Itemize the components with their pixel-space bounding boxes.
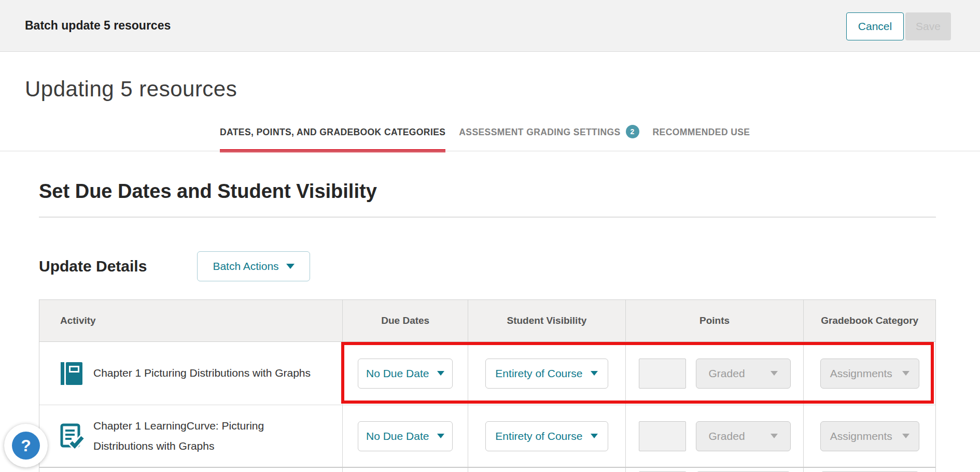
points-input[interactable] bbox=[639, 359, 686, 389]
page-title: Updating 5 resources bbox=[25, 77, 237, 102]
table-header-row: Activity Due Dates Student Visibility Po… bbox=[39, 300, 935, 341]
category-select-disabled: Assignments bbox=[820, 359, 919, 389]
points-input[interactable] bbox=[639, 421, 686, 451]
chevron-down-icon bbox=[591, 434, 598, 438]
tab-bar: DATES, POINTS, AND GRADEBOOK CATEGORIES … bbox=[220, 127, 750, 152]
batch-update-page: Batch update 5 resources Cancel Save Upd… bbox=[0, 0, 980, 472]
category-value: Assignments bbox=[830, 430, 892, 442]
question-mark-icon: ? bbox=[12, 432, 40, 460]
due-date-value: No Due Date bbox=[366, 367, 429, 380]
graded-select-disabled: Graded bbox=[696, 359, 791, 389]
due-dates-cell: No Due Date bbox=[343, 342, 468, 405]
tab-label: ASSESSMENT GRADING SETTINGS bbox=[459, 127, 620, 138]
activity-title: Chapter 1 LearningCurve: Picturing Distr… bbox=[93, 416, 327, 456]
ebook-icon bbox=[60, 361, 84, 386]
points-cell bbox=[626, 468, 804, 472]
batch-actions-label: Batch Actions bbox=[213, 260, 278, 273]
category-select-disabled: Assignments bbox=[820, 421, 919, 451]
points-cell: Graded bbox=[626, 405, 804, 467]
visibility-select[interactable]: Entirety of Course bbox=[485, 359, 608, 389]
activity-cell bbox=[39, 468, 343, 472]
gradebook-category-cell: Assignments bbox=[804, 405, 935, 467]
student-visibility-cell: Entirety of Course bbox=[468, 405, 626, 467]
update-details-title: Update Details bbox=[39, 258, 147, 275]
tabs-divider bbox=[0, 151, 980, 151]
activity-cell: Chapter 1 LearningCurve: Picturing Distr… bbox=[39, 405, 343, 467]
column-header-student-visibility: Student Visibility bbox=[468, 300, 626, 341]
window-title: Batch update 5 resources bbox=[25, 19, 171, 33]
column-header-activity: Activity bbox=[39, 300, 343, 341]
chevron-down-icon bbox=[286, 264, 295, 269]
category-value: Assignments bbox=[830, 367, 892, 380]
student-visibility-cell bbox=[468, 468, 626, 472]
student-visibility-cell: Entirety of Course bbox=[468, 342, 626, 405]
chevron-down-icon bbox=[437, 434, 444, 438]
top-bar: Batch update 5 resources Cancel Save bbox=[0, 0, 980, 52]
batch-actions-button[interactable]: Batch Actions bbox=[197, 251, 310, 281]
tab-count-badge: 2 bbox=[626, 125, 639, 138]
points-cell: Graded bbox=[626, 342, 804, 405]
tab-label: DATES, POINTS, AND GRADEBOOK CATEGORIES bbox=[220, 127, 445, 138]
graded-select-disabled: Graded bbox=[696, 421, 791, 451]
visibility-value: Entirety of Course bbox=[495, 367, 582, 380]
due-dates-cell bbox=[343, 468, 468, 472]
due-date-select[interactable]: No Due Date bbox=[358, 421, 453, 451]
column-header-points: Points bbox=[626, 300, 804, 341]
column-header-due-dates: Due Dates bbox=[343, 300, 468, 341]
assessment-check-icon bbox=[60, 423, 84, 449]
due-dates-cell: No Due Date bbox=[343, 405, 468, 467]
gradebook-category-cell bbox=[804, 468, 935, 472]
column-header-gradebook-category: Gradebook Category bbox=[804, 300, 935, 341]
tab-label: RECOMMENDED USE bbox=[653, 127, 750, 138]
section-divider bbox=[39, 217, 936, 218]
chevron-down-icon bbox=[771, 434, 778, 438]
gradebook-category-cell: Assignments bbox=[804, 342, 935, 405]
update-details-table: Activity Due Dates Student Visibility Po… bbox=[39, 299, 936, 472]
table-row: Chapter 1 Picturing Distributions with G… bbox=[39, 341, 935, 405]
due-date-select[interactable]: No Due Date bbox=[358, 359, 453, 389]
visibility-value: Entirety of Course bbox=[495, 430, 582, 442]
chevron-down-icon bbox=[591, 371, 598, 376]
tab-recommended-use[interactable]: RECOMMENDED USE bbox=[653, 127, 750, 152]
chevron-down-icon bbox=[771, 371, 778, 376]
activity-cell: Chapter 1 Picturing Distributions with G… bbox=[39, 342, 343, 405]
chevron-down-icon bbox=[902, 434, 909, 438]
visibility-select[interactable]: Entirety of Course bbox=[485, 421, 608, 451]
save-button[interactable]: Save bbox=[905, 12, 951, 40]
top-bar-actions: Cancel Save bbox=[846, 12, 951, 40]
due-date-value: No Due Date bbox=[366, 430, 429, 442]
graded-value: Graded bbox=[709, 367, 745, 380]
tab-assessment-grading-settings[interactable]: ASSESSMENT GRADING SETTINGS 2 bbox=[459, 127, 639, 152]
table-row-partial bbox=[39, 467, 935, 472]
chevron-down-icon bbox=[437, 371, 444, 376]
cancel-button[interactable]: Cancel bbox=[846, 12, 904, 40]
activity-title: Chapter 1 Picturing Distributions with G… bbox=[93, 363, 311, 383]
chevron-down-icon bbox=[902, 371, 909, 376]
table-row: Chapter 1 LearningCurve: Picturing Distr… bbox=[39, 405, 935, 467]
graded-value: Graded bbox=[709, 430, 745, 442]
section-title: Set Due Dates and Student Visibility bbox=[39, 180, 377, 203]
tab-dates-points-gradebook[interactable]: DATES, POINTS, AND GRADEBOOK CATEGORIES bbox=[220, 127, 445, 152]
help-button[interactable]: ? bbox=[4, 424, 48, 467]
